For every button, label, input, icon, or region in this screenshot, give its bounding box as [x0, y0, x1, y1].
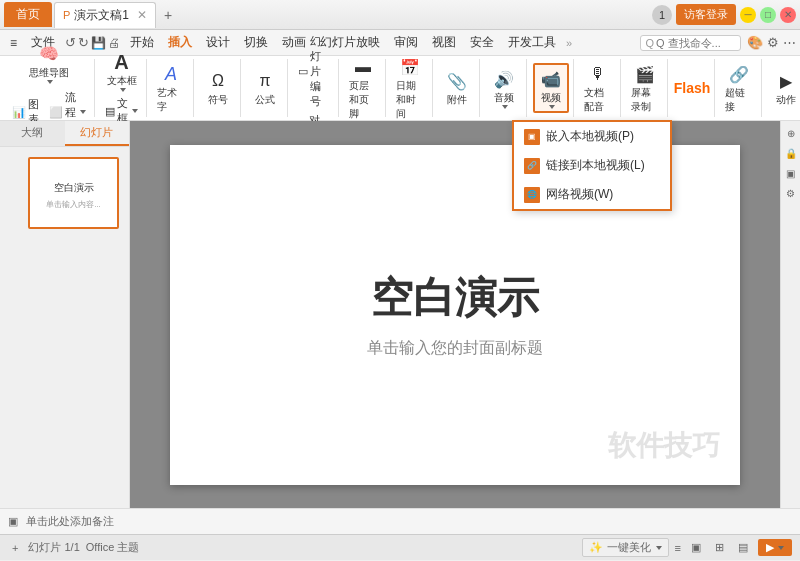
- play-icon: ▶: [766, 541, 774, 554]
- play-button[interactable]: ▶: [758, 539, 792, 556]
- add-slide-button[interactable]: +: [8, 541, 22, 555]
- ribbon-btn-mindmap[interactable]: 🧠 思维导图: [25, 40, 73, 86]
- slide-area[interactable]: 空白演示 单击输入您的封面副标题 软件技巧: [130, 121, 780, 508]
- panel-tabs: 大纲 幻灯片: [0, 121, 129, 147]
- right-panel-btn-4[interactable]: ⚙: [783, 185, 799, 201]
- maximize-button[interactable]: □: [760, 7, 776, 23]
- magic-icon: ✨: [589, 541, 603, 553]
- chevron-down-icon: [120, 88, 126, 92]
- web-video-icon: 🌐: [524, 187, 540, 203]
- panel-tab-outline[interactable]: 大纲: [0, 121, 65, 146]
- view-read-button[interactable]: ▤: [734, 540, 752, 555]
- theme-info: Office 主题: [86, 540, 140, 555]
- view-grid-button[interactable]: ⊞: [711, 540, 728, 555]
- ribbon-group-symbol: Ω 符号: [196, 59, 241, 117]
- wordart-icon: A: [159, 62, 183, 86]
- ribbon: 🧠 思维导图 📊 图表 ⬜ 流程图 A 文: [0, 56, 800, 121]
- chevron-down-icon: [502, 105, 508, 109]
- slide-thumbnail-wrapper: 1 空白演示 单击输入内容...: [0, 147, 129, 239]
- ribbon-group-charts: 🧠 思维导图 📊 图表 ⬜ 流程图: [4, 59, 95, 117]
- ribbon-group-dubbing: 🎙 文档配音: [576, 59, 621, 117]
- slide-main-subtitle[interactable]: 单击输入您的封面副标题: [367, 338, 543, 359]
- ribbon-group-attachment: 📎 附件: [435, 59, 480, 117]
- left-panel: 大纲 幻灯片 1 空白演示 单击输入内容...: [0, 121, 130, 508]
- ribbon-btn-screenrecord[interactable]: 🎬 屏幕录制: [627, 60, 663, 116]
- notes-placeholder[interactable]: 单击此处添加备注: [26, 514, 114, 529]
- ribbon-btn-hyperlink[interactable]: 🔗 超链接: [721, 60, 757, 116]
- ribbon-group-hyperlink: 🔗 超链接: [717, 59, 762, 117]
- right-panel-btn-2[interactable]: 🔒: [783, 145, 799, 161]
- video-dropdown-embed[interactable]: ▣ 嵌入本地视频(P): [514, 122, 670, 151]
- panel-tab-slides[interactable]: 幻灯片: [65, 121, 130, 146]
- menu-devtools[interactable]: 开发工具: [502, 32, 562, 53]
- flowchart-icon: ⬜: [49, 106, 63, 119]
- menu-security[interactable]: 安全: [464, 32, 500, 53]
- video-dropdown: ▣ 嵌入本地视频(P) 🔗 链接到本地视频(L) 🌐 网络视频(W): [512, 120, 672, 211]
- ribbon-group-text: A 文本框 ▤ 文框: [97, 59, 147, 117]
- ribbon-group-headerfooter: ▬ 页层和页脚: [341, 59, 386, 117]
- slidenum-icon: ▭: [298, 65, 308, 78]
- tab-doc[interactable]: P 演示文稿1 ✕: [54, 2, 156, 28]
- more-icon[interactable]: ⋯: [783, 35, 796, 50]
- video-icon: 📹: [539, 67, 563, 91]
- ribbon-group-formula: π 公式: [243, 59, 288, 117]
- user-count: 1: [652, 5, 672, 25]
- separator: ≡: [675, 542, 681, 554]
- search-icon: Q: [645, 37, 654, 49]
- tab-home[interactable]: 首页: [4, 2, 52, 27]
- menu-review[interactable]: 审阅: [388, 32, 424, 53]
- ribbon-btn-dubbing[interactable]: 🎙 文档配音: [580, 60, 616, 116]
- ribbon-group-wordart: A 艺术字: [149, 59, 194, 117]
- menu-insert[interactable]: 插入: [162, 32, 198, 53]
- slide-thumb-sub: 单击输入内容...: [46, 199, 101, 210]
- close-button[interactable]: ✕: [780, 7, 796, 23]
- view-normal-button[interactable]: ▣: [687, 540, 705, 555]
- video-dropdown-link[interactable]: 🔗 链接到本地视频(L): [514, 151, 670, 180]
- beauty-button[interactable]: ✨ 一键美化: [582, 538, 668, 557]
- menu-icon[interactable]: ≡: [4, 34, 23, 52]
- ribbon-btn-wordart[interactable]: A 艺术字: [153, 60, 189, 116]
- action-icon: ▶: [774, 69, 798, 93]
- ribbon-btn-action[interactable]: ▶ 动作: [768, 67, 800, 109]
- menu-design[interactable]: 设计: [200, 32, 236, 53]
- flash-icon: Flash: [680, 76, 704, 100]
- ribbon-btn-headerfooter[interactable]: ▬ 页层和页脚: [345, 53, 381, 123]
- minimize-button[interactable]: ─: [740, 7, 756, 23]
- search-input[interactable]: [656, 37, 736, 49]
- slide-thumb-title: 空白演示: [50, 177, 98, 199]
- textbox-icon: A: [110, 50, 134, 74]
- ribbon-btn-attachment[interactable]: 📎 附件: [439, 67, 475, 109]
- video-dropdown-web[interactable]: 🌐 网络视频(W): [514, 180, 670, 209]
- menu-more[interactable]: »: [566, 37, 572, 49]
- slide-info: 幻灯片 1/1: [28, 540, 79, 555]
- settings-icon[interactable]: ⚙: [767, 35, 779, 50]
- menu-transition[interactable]: 切换: [238, 32, 274, 53]
- visitor-login-button[interactable]: 访客登录: [676, 4, 736, 25]
- ribbon-btn-flash[interactable]: Flash: [674, 74, 710, 102]
- audio-icon: 🔊: [492, 67, 516, 91]
- redo-icon[interactable]: ↻: [78, 35, 89, 50]
- menu-right-icons: 🎨 ⚙ ⋯: [747, 35, 796, 50]
- title-bar-right: 1 访客登录 ─ □ ✕: [652, 4, 796, 25]
- right-panel-btn-1[interactable]: ⊕: [783, 125, 799, 141]
- skin-icon[interactable]: 🎨: [747, 35, 763, 50]
- main-area: 大纲 幻灯片 1 空白演示 单击输入内容... 空白演示 单击输入您的封面副标题…: [0, 121, 800, 508]
- dubbing-icon: 🎙: [586, 62, 610, 86]
- ribbon-btn-audio[interactable]: 🔊 音频: [486, 65, 522, 111]
- menu-view[interactable]: 视图: [426, 32, 462, 53]
- tab-add-button[interactable]: +: [156, 3, 180, 27]
- ribbon-btn-datetime[interactable]: 📅 日期和时间: [392, 53, 428, 123]
- slide-main-title[interactable]: 空白演示: [371, 270, 539, 326]
- ribbon-btn-formula[interactable]: π 公式: [247, 67, 283, 109]
- chart-icon: 📊: [12, 106, 26, 119]
- hyperlink-icon: 🔗: [727, 62, 751, 86]
- close-tab-icon[interactable]: ✕: [137, 8, 147, 22]
- ribbon-btn-symbol[interactable]: Ω 符号: [200, 67, 236, 109]
- ribbon-btn-video[interactable]: 📹 视频: [533, 63, 569, 113]
- right-panel: ⊕ 🔒 ▣ ⚙: [780, 121, 800, 508]
- ribbon-btn-textbox[interactable]: A 文本框: [103, 48, 141, 94]
- slide-thumbnail[interactable]: 空白演示 单击输入内容...: [28, 157, 119, 229]
- ribbon-btn-slidenum[interactable]: ▭ 幻灯片编号: [294, 32, 334, 111]
- watermark: 软件技巧: [608, 427, 720, 465]
- right-panel-btn-3[interactable]: ▣: [783, 165, 799, 181]
